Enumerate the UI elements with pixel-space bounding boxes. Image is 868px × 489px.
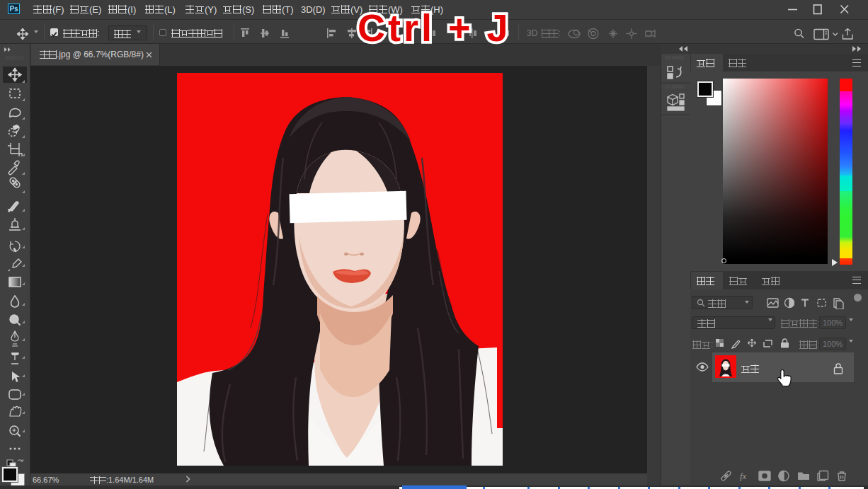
svg-text:fx: fx xyxy=(740,471,747,481)
svg-text:Ctrl + J: Ctrl + J xyxy=(358,6,511,49)
